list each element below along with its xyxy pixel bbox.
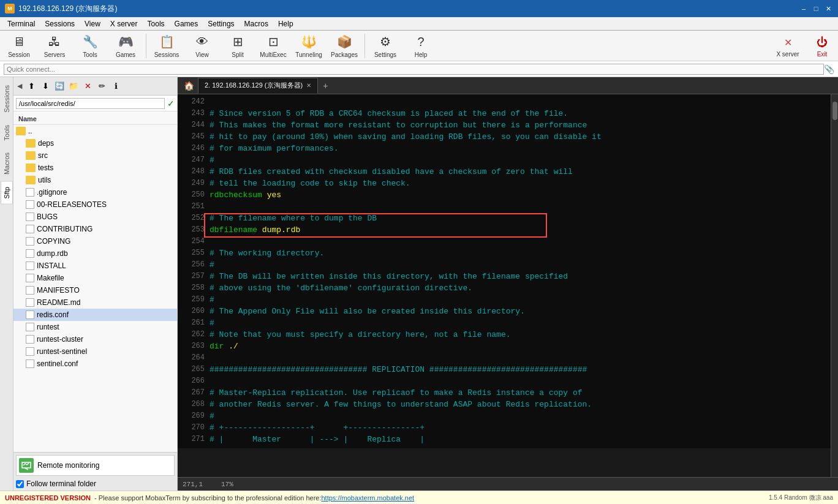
sidebar-tab-tools[interactable]: Tools [1,119,13,146]
toolbar-servers[interactable]: 🖧 Servers [38,31,71,60]
menu-settings[interactable]: Settings [203,18,239,29]
bottom-bar: UNREGISTERED VERSION - Please support Mo… [0,491,838,504]
remote-monitor-button[interactable]: Remote monitoring [16,455,175,476]
toolbar-tools[interactable]: 🔧 Tools [74,31,107,60]
menu-view[interactable]: View [80,18,105,29]
toolbar-sessions[interactable]: 📋 Sessions [150,31,183,60]
file-item[interactable]: BUGS [13,211,177,223]
line-number: 250 [183,190,205,201]
toolbar: 🖥 Session 🖧 Servers 🔧 Tools 🎮 Games 📋 Se… [0,31,838,61]
tab-close-button[interactable]: ✕ [306,82,311,89]
delete-button[interactable]: ✕ [81,80,94,92]
path-bar: ✓ [13,96,177,111]
file-item[interactable]: MANIFESTO [13,284,177,296]
file-item[interactable]: COPYING [13,235,177,247]
line-number: 266 [183,376,205,388]
file-item[interactable]: README.md [13,296,177,309]
terminal[interactable]: 242243# Since version 5 of RDB a CRC64 c… [178,94,831,448]
sidebar-tab-macros[interactable]: Macros [1,147,13,180]
close-button[interactable]: ✕ [823,4,833,13]
line-number: 248 [183,167,205,178]
line-number: 270 [183,423,205,434]
terminal-line: 265################################# REP… [183,364,826,376]
file-item[interactable]: INSTALL [13,260,177,272]
download-button[interactable]: ⬇ [39,80,51,92]
toolbar-split[interactable]: ⊞ Split [221,31,254,60]
properties-button[interactable]: ℹ [110,80,122,92]
toolbar-session-label: Session [8,51,30,58]
menu-macros[interactable]: Macros [240,18,273,29]
rename-button[interactable]: ✏ [96,80,108,92]
titlebar: M 192.168.126.129 (京淘服务器) – □ ✕ [0,0,838,17]
file-item[interactable]: Makefile [13,272,177,284]
version-info: 1.5.4 Random 微凉 aaa [769,494,833,502]
file-item[interactable]: src [13,149,177,162]
maximize-button[interactable]: □ [811,4,821,13]
toolbar-xserver[interactable]: ✕ X server [769,32,806,59]
toolbar-tunneling[interactable]: 🔱 Tunneling [292,31,325,60]
sidebar-tab-sessions[interactable]: Sessions [1,80,13,118]
menu-help[interactable]: Help [273,18,298,29]
file-item[interactable]: dump.rdb [13,247,177,260]
file-item[interactable]: runtest-cluster [13,333,177,345]
file-item[interactable]: .gitignore [13,186,177,198]
path-ok-icon[interactable]: ✓ [167,99,175,108]
add-tab-button[interactable]: + [319,81,331,91]
file-item[interactable]: deps [13,137,177,149]
follow-folder-checkbox[interactable] [16,480,24,488]
file-item[interactable]: CONTRIBUTING [13,223,177,235]
file-panel-bottom: Remote monitoring Follow terminal folder [13,452,177,491]
toolbar-view[interactable]: 👁 View [186,31,219,60]
terminal-line: 266 [183,376,826,388]
line-number: 247 [183,155,205,167]
line-content: # tell the loading code to skip the chec… [210,178,410,190]
terminal-wrapper: 242243# Since version 5 of RDB a CRC64 c… [178,94,838,477]
menu-tools[interactable]: Tools [143,18,170,29]
active-tab[interactable]: 2. 192.168.126.129 (京淘服务器) ✕ [198,78,318,94]
file-item[interactable]: utils [13,174,177,186]
file-item[interactable]: 00-RELEASENOTES [13,198,177,211]
scrollbar-thumb[interactable] [832,102,837,120]
file-item[interactable]: tests [13,162,177,174]
menu-terminal[interactable]: Terminal [2,18,40,29]
toolbar-exit[interactable]: ⏻ Exit [809,32,836,59]
sidebar-tabs: Sessions Tools Macros Sftp [0,77,13,491]
menu-xserver[interactable]: X server [105,18,143,29]
file-item[interactable]: redis.conf [13,309,177,321]
terminal-scrollbar[interactable] [831,94,838,477]
upload-button[interactable]: ⬆ [25,80,37,92]
terminal-line: 267# Master-Replica replication. Use rep… [183,388,826,399]
file-item[interactable]: runtest-sentinel [13,345,177,358]
collapse-icon[interactable]: ◀ [16,81,23,91]
toolbar-multiexec[interactable]: ⊡ MultiExec [257,31,290,60]
menu-sessions[interactable]: Sessions [40,18,80,29]
statusbar-percent: 17% [221,481,233,488]
minimize-button[interactable]: – [799,4,809,13]
line-content: dir ./ [210,341,238,353]
toolbar-help[interactable]: ? Help [404,31,437,60]
terminal-content[interactable]: 242243# Since version 5 of RDB a CRC64 c… [178,94,831,477]
toolbar-session[interactable]: 🖥 Session [2,31,36,60]
file-panel: ◀ ⬆ ⬇ 🔄 📁 ✕ ✏ ℹ ✓ Name..depssrctestsutil… [13,77,178,491]
home-tab[interactable]: 🏠 [180,81,198,91]
menu-games[interactable]: Games [170,18,203,29]
toolbar-games[interactable]: 🎮 Games [109,31,142,60]
line-number: 253 [183,225,205,236]
toolbar-servers-label: Servers [44,51,65,58]
mobatek-link[interactable]: https://mobaxterm.mobatek.net [322,494,415,502]
toolbar-settings[interactable]: ⚙ Settings [369,31,402,60]
line-number: 257 [183,271,205,283]
sidebar-tab-sftp[interactable]: Sftp [1,181,13,205]
toolbar-packages[interactable]: 📦 Packages [328,31,361,60]
file-item[interactable]: runtest [13,321,177,333]
line-content: # [210,411,214,423]
toolbar-separator-2 [364,34,365,58]
refresh-button[interactable]: 🔄 [53,80,66,92]
path-input[interactable] [16,98,165,109]
file-tree: Name..depssrctestsutils.gitignore00-RELE… [13,111,177,452]
quickconnect-input[interactable] [4,64,824,75]
follow-folder: Follow terminal folder [16,480,175,488]
file-item[interactable]: .. [13,125,177,137]
file-item[interactable]: sentinel.conf [13,358,177,370]
new-folder-button[interactable]: 📁 [67,80,80,92]
